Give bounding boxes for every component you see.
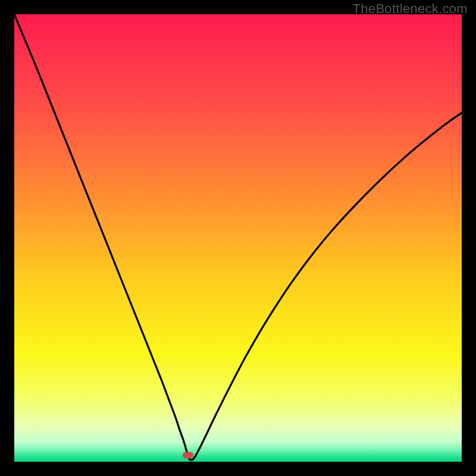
watermark-text: TheBottleneck.com bbox=[353, 1, 468, 17]
optimal-point-marker bbox=[183, 452, 193, 459]
bottleneck-curve bbox=[14, 14, 462, 462]
chart-frame: TheBottleneck.com bbox=[0, 0, 476, 476]
plot-area bbox=[14, 14, 462, 462]
